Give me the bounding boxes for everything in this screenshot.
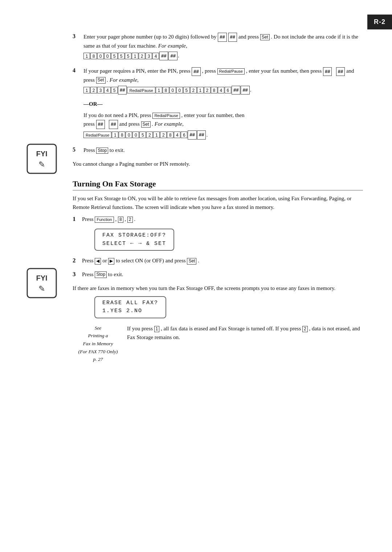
lcd2-line1: ERASE ALL FAX? — [102, 299, 158, 307]
substep2-text3: to select ON (or OFF) and press — [116, 258, 187, 263]
e15: 4 — [218, 87, 224, 93]
key-8: 8 — [118, 217, 123, 223]
period3: . — [206, 130, 208, 139]
hash-key-9: ## — [232, 86, 240, 94]
key-1-box: 1 — [154, 326, 160, 333]
or-example-line: Redial/Pause 1 8 0 0 5 2 1 2 8 4 6 ## ##… — [83, 130, 363, 140]
e9: 0 — [176, 87, 183, 93]
sub-step-3-content: Press Stop to exit. — [82, 270, 363, 279]
lcd1-line2: SELECT ← → & SET — [102, 240, 166, 248]
step5-press: Press — [83, 147, 96, 153]
or-press: press — [83, 121, 96, 127]
sub-step-3: 3 Press Stop to exit. — [73, 270, 363, 279]
key-2-box: 2 — [302, 326, 308, 333]
lcd-display-1: FAX STORAGE:OFF? SELECT ← → & SET — [94, 229, 363, 251]
hash-key-6: ## — [323, 67, 332, 76]
sub-step-2: 2 Press ◀ or ▶ to select ON (or OFF) and… — [73, 257, 363, 265]
svg-rect-0 — [27, 144, 56, 173]
storage-off-note: If there are faxes in memory when you tu… — [73, 284, 363, 293]
svg-text:FYI: FYI — [36, 274, 47, 282]
substep3-press: Press — [82, 271, 95, 277]
sub-step-1: 1 Press Function , 8 , 2 . — [73, 215, 363, 223]
f7: 1 — [153, 132, 160, 138]
hash-key-12: ## — [109, 120, 118, 129]
e2: 2 — [90, 87, 97, 93]
f10: 4 — [174, 132, 180, 138]
or-and-press: and press — [119, 121, 141, 127]
step3-and-press: and press — [238, 34, 260, 40]
svg-text:✎: ✎ — [38, 284, 45, 293]
d9: 2 — [139, 53, 145, 59]
or-section-content: If you do not need a PIN, press Redial/P… — [83, 111, 363, 140]
sidebar-line1: Printing a — [73, 332, 123, 340]
step-3: 3 Enter your pager phone number (up to 2… — [73, 33, 363, 62]
set-key-1: Set — [260, 34, 270, 41]
redialpause-key-1: Redial/Pause — [217, 68, 245, 74]
hash-key-10: ## — [241, 86, 249, 94]
e8: 0 — [170, 87, 176, 93]
e13: 2 — [204, 87, 211, 93]
step4-text3: , enter your fax number, then press — [246, 68, 323, 74]
substep2-or: or — [102, 258, 108, 263]
function-key: Function — [95, 217, 114, 223]
or-text1: If you do not need a PIN, press — [83, 112, 152, 118]
hash-key-14: ## — [197, 130, 206, 140]
e3: 3 — [97, 87, 104, 93]
d3: 0 — [97, 53, 104, 59]
step-4: 4 If your pager requires a PIN, enter th… — [73, 67, 363, 96]
period2: . — [250, 86, 252, 94]
step3-example-line: 1 8 0 0 5 5 5 1 2 3 4 ## ## . — [83, 52, 363, 60]
substep2-press: Press — [82, 258, 95, 263]
d8: 1 — [132, 53, 138, 59]
f3: 0 — [126, 132, 132, 138]
or-text2: , enter your fax number, then — [181, 112, 245, 118]
e14: 8 — [211, 87, 217, 93]
step-5-content: Press Stop to exit. — [83, 146, 363, 154]
step4-text1: If your pager requires a PIN, enter the … — [83, 68, 192, 74]
f5: 5 — [139, 132, 146, 138]
section-intro: If you set Fax Storage to ON, you will b… — [73, 194, 363, 211]
step5-text2: to exit. — [110, 147, 125, 153]
key-2: 2 — [127, 217, 133, 223]
or-divider: —OR— — [83, 101, 363, 107]
f6: 2 — [146, 132, 153, 138]
f4: 0 — [132, 132, 139, 138]
f2: 8 — [119, 132, 125, 138]
set-key-2: Set — [96, 77, 106, 84]
lcd1-line1: FAX STORAGE:OFF? — [102, 231, 166, 240]
step-3-content: Enter your pager phone number (up to 20 … — [83, 33, 363, 62]
redialpause-key-2: Redial/Pause — [152, 113, 180, 119]
bottom-section: See Printing a Fax in Memory (For FAX 77… — [73, 324, 363, 363]
hash-key-3: ## — [159, 52, 168, 60]
sub-step-2-number: 2 — [73, 257, 82, 264]
hash-key-8: ## — [118, 86, 127, 94]
substep2-period: . — [198, 258, 199, 263]
step-3-number: 3 — [73, 33, 83, 40]
hash-key-13: ## — [188, 130, 196, 140]
step-4-number: 4 — [73, 67, 83, 74]
sidebar-see: See — [73, 324, 123, 332]
hash-key-4: ## — [168, 52, 177, 60]
d2: 8 — [90, 53, 97, 59]
f8: 2 — [160, 132, 167, 138]
e7: 8 — [163, 87, 169, 93]
sidebar-line3: (For FAX 770 Only) — [73, 348, 123, 356]
stop-key-1: Stop — [96, 148, 108, 154]
sidebar-note: See Printing a Fax in Memory (For FAX 77… — [73, 324, 123, 363]
step3-for-example: For example, — [158, 43, 187, 49]
d5: 5 — [111, 53, 118, 59]
svg-text:FYI: FYI — [36, 150, 47, 158]
substep3-text2: to exit. — [108, 271, 123, 277]
or-label: —OR— — [83, 101, 103, 107]
final-note: If you press 1 , all fax data is erased … — [127, 324, 363, 342]
d4: 0 — [104, 53, 111, 59]
svg-rect-3 — [27, 269, 56, 298]
e6: 1 — [156, 87, 162, 93]
left-arrow-key: ◀ — [95, 258, 101, 265]
page-tab: R-2 — [367, 15, 392, 29]
fyi-note-1: You cannot change a Paging number or PIN… — [73, 160, 363, 168]
final-note-mid: , all fax data is erased and Fax Storage… — [161, 326, 302, 331]
final-note-text-pre: If you press — [127, 326, 154, 331]
right-arrow-key: ▶ — [108, 258, 114, 265]
step-5-number: 5 — [73, 146, 83, 153]
